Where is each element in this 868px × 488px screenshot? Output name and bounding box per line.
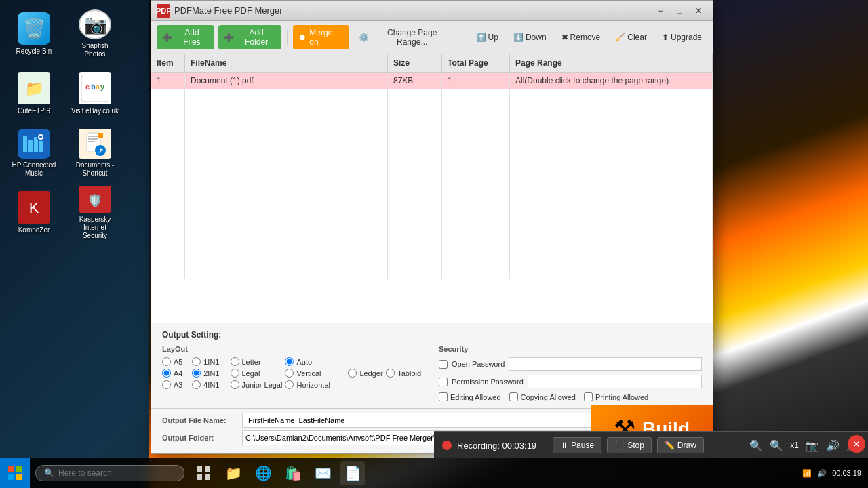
taskbar-pdf[interactable]: 📄 [340,461,365,485]
close-button[interactable]: ✕ [690,4,707,18]
radio-vertical[interactable]: Vertical [285,369,337,378]
volume-icon[interactable]: 🔊 [826,439,840,452]
layout-radio-group-3: Ledger Tabloid [348,357,421,389]
recording-close-button[interactable]: ✕ [848,435,865,453]
radio-a3[interactable]: A3 [162,380,189,389]
icon-row-1: 🗑️ Recycle Bin 📷 Snapfish Photos [7,7,122,61]
table-row-empty-6 [151,184,713,203]
editing-allowed[interactable]: Editing Allowed [439,392,501,401]
desktop-icon-hp-music[interactable]: HP Connected Music [7,126,61,180]
remove-button[interactable]: ✖ Remove [556,30,606,45]
radio-horizontal[interactable]: Horizontal [285,380,337,389]
radio-auto[interactable]: Auto [285,357,337,366]
recording-indicator [442,441,452,450]
minimize-button[interactable]: − [652,4,669,18]
permission-password-row: Permission Password [439,375,702,388]
table-header: Item FileName Size Total Page Page Range [151,54,713,73]
taskbar-edge[interactable]: 🌐 [251,461,275,485]
icon-row-2: 📁 CuteFTP 9 e b a y Visit eBay.co.uk [7,66,122,121]
add-folder-label: Add Folder [237,28,276,47]
zoom-level-label: x1 [790,441,799,450]
permission-password-checkbox[interactable] [439,378,448,386]
upgrade-label: Upgrade [671,33,702,42]
add-files-label: Add Files [175,28,209,47]
upgrade-button[interactable]: ⬆ Upgrade [656,30,707,45]
printing-allowed[interactable]: Printing Allowed [584,392,648,401]
maximize-button[interactable]: □ [671,4,688,18]
copying-allowed[interactable]: Copying Allowed [509,392,576,401]
zoom-in-icon[interactable]: 🔍 [749,439,763,452]
desktop-icon-kompozer[interactable]: K KompoZer [7,186,61,240]
kaspersky-label: Kaspersky Internet Security [71,216,119,240]
hp-music-label: HP Connected Music [9,161,58,178]
clear-label: Clear [627,33,647,42]
recycle-bin-icon: 🗑️ [18,12,50,45]
desktop-icon-documents[interactable]: ↗ Documents - Shortcut [68,126,122,180]
taskbar-mail[interactable]: ✉️ [311,461,335,485]
title-bar[interactable]: PDF PDFMate Free PDF Merger − □ ✕ [151,1,713,21]
permission-password-input[interactable] [528,375,702,388]
radio-2in1[interactable]: 2IN1 [192,369,219,378]
pause-button[interactable]: ⏸ Pause [553,437,601,453]
radio-a5[interactable]: A5 [162,357,189,366]
merge-toggle[interactable]: ⏺ Merge on [293,25,349,49]
svg-point-14 [39,136,42,138]
taskbar-store[interactable]: 🛍️ [281,461,305,485]
taskbar-taskview[interactable] [191,461,216,485]
up-button[interactable]: ⬆️ Up [471,30,504,45]
zoom-out-icon[interactable]: 🔍 [770,439,783,452]
snapfish-icon: 📷 [79,9,111,39]
add-folder-button[interactable]: ➕ Add Folder [218,25,281,49]
security-section: Security Open Password Permission Passwo… [439,345,702,401]
table-row-empty-1 [151,89,713,108]
col-header-size: Size [388,54,442,72]
svg-rect-11 [39,141,43,152]
open-password-checkbox[interactable] [439,360,448,369]
col-header-page-range: Page Range [510,54,713,72]
search-bar[interactable]: 🔍 [35,465,184,481]
desktop-icon-ebay[interactable]: e b a y Visit eBay.co.uk [68,66,122,121]
camera-icon[interactable]: 📷 [806,439,819,452]
stop-button[interactable]: ⬛ Stop [607,437,652,453]
radio-a4[interactable]: A4 [162,369,189,378]
table-row[interactable]: 1 Document (1).pdf 87KB 1 All(Double cli… [151,73,713,89]
pdf-icon: PDF [157,4,170,18]
radio-junior-legal[interactable]: Junior Legal [231,380,283,389]
file-table: Item FileName Size Total Page Page Range… [151,54,713,323]
clear-button[interactable]: 🧹 Clear [610,30,652,45]
radio-letter[interactable]: Letter [231,357,283,366]
down-button[interactable]: ⬇️ Down [508,30,552,45]
draw-button[interactable]: ✏️ Draw [657,437,704,453]
up-icon: ⬆️ [476,33,486,42]
desktop-icon-snapfish[interactable]: 📷 Snapfish Photos [68,7,122,61]
radio-tabloid[interactable]: Tabloid [386,357,421,389]
radio-legal[interactable]: Legal [231,369,283,378]
svg-rect-28 [8,466,14,472]
radio-4in1[interactable]: 4IN1 [192,380,219,389]
toolbar-separator-1 [287,29,288,45]
recording-controls: ⏸ Pause ⬛ Stop ✏️ Draw [553,437,704,453]
layout-section: LayOut A5 1IN1 A4 2IN1 A3 4IN1 Letter [162,345,425,401]
add-files-button[interactable]: ➕ Add Files [157,25,214,49]
svg-text:y: y [100,83,105,91]
search-input[interactable] [58,468,167,478]
kompozer-label: KompoZer [18,226,50,235]
window-controls: − □ ✕ [652,4,707,18]
open-password-input[interactable] [509,357,702,371]
table-row-empty-2 [151,108,713,127]
radio-1in1[interactable]: 1IN1 [192,357,219,366]
table-row-empty-7 [151,203,713,222]
svg-rect-31 [16,474,22,480]
svg-text:↗: ↗ [98,147,103,155]
desktop-icon-recycle-bin[interactable]: 🗑️ Recycle Bin [7,7,61,61]
taskbar-explorer[interactable]: 📁 [221,461,245,485]
icon-row-3: HP Connected Music ↗ Documents - Sh [7,126,122,180]
svg-rect-32 [197,466,202,472]
start-button[interactable] [0,458,30,488]
radio-ledger[interactable]: Ledger [348,357,383,389]
desktop-icon-cuteftp[interactable]: 📁 CuteFTP 9 [7,66,61,121]
desktop-icon-kaspersky[interactable]: 🛡️ Kaspersky Internet Security [68,186,122,240]
output-filename-label: Output File Name: [162,416,237,424]
change-page-range-button[interactable]: ⚙️ Change Page Range... [353,25,459,49]
toolbar: ➕ Add Files ➕ Add Folder ⏺ Merge on ⚙️ C… [151,21,713,54]
